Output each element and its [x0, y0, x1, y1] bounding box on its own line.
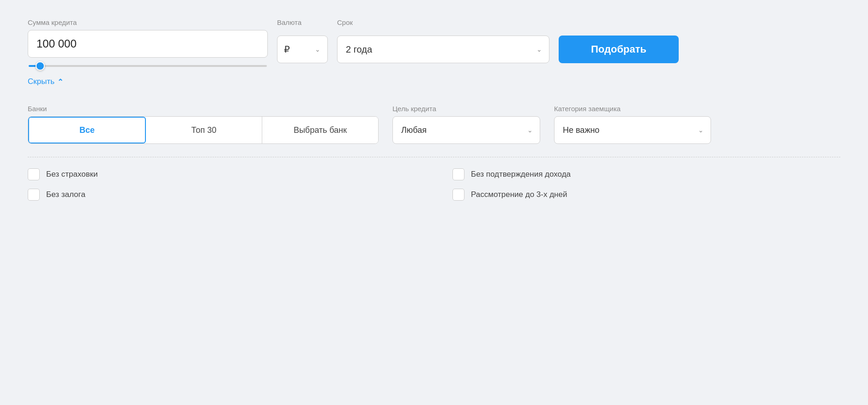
amount-field-wrap — [28, 30, 268, 69]
field-labels-row: Сумма кредита Валюта Срок — [28, 18, 840, 26]
checkbox-label-no-collateral: Без залога — [46, 190, 85, 199]
bank-tabs: Все Топ 30 Выбрать банк — [28, 116, 379, 144]
checkbox-label-no-insurance: Без страховки — [46, 170, 98, 179]
goal-select[interactable]: Любая Потребительский Ипотека Автокредит — [392, 116, 540, 144]
goal-label: Цель кредита — [392, 105, 540, 113]
category-select-wrap: Не важно Пенсионеры Студенты Зарплатные … — [554, 116, 711, 144]
loan-calculator-form: Сумма кредита Валюта Срок ₽ $ € ⌄ 2 года… — [28, 18, 840, 201]
hide-label: Скрыть — [28, 77, 54, 86]
checkbox-no-insurance[interactable]: Без страховки — [28, 168, 416, 180]
currency-label: Валюта — [277, 18, 328, 26]
checkbox-box-no-collateral — [28, 189, 40, 201]
amount-slider-wrap — [28, 60, 268, 69]
filter-labels-row: Банки Цель кредита Категория заемщика — [28, 105, 840, 113]
bank-tab-all[interactable]: Все — [28, 117, 146, 143]
amount-label: Сумма кредита — [28, 18, 268, 26]
bank-tab-top30[interactable]: Топ 30 — [146, 117, 262, 143]
chevron-up-icon: ⌃ — [57, 77, 63, 86]
checkbox-box-no-income-proof — [452, 168, 464, 180]
inputs-row: ₽ $ € ⌄ 2 года 1 год 3 года 5 лет ⌄ Подо… — [28, 30, 840, 69]
category-select[interactable]: Не важно Пенсионеры Студенты Зарплатные … — [554, 116, 711, 144]
checkbox-no-income-proof[interactable]: Без подтверждения дохода — [452, 168, 840, 180]
section-gap — [28, 86, 840, 105]
term-select-wrap: 2 года 1 год 3 года 5 лет ⌄ — [337, 36, 549, 63]
currency-select-wrap: ₽ $ € ⌄ — [277, 36, 328, 63]
checkbox-no-collateral[interactable]: Без залога — [28, 189, 416, 201]
term-select[interactable]: 2 года 1 год 3 года 5 лет — [337, 36, 549, 63]
term-label: Срок — [337, 18, 549, 26]
hide-link[interactable]: Скрыть ⌃ — [28, 77, 63, 86]
dashed-divider — [28, 157, 840, 157]
checkbox-label-no-income-proof: Без подтверждения дохода — [471, 170, 571, 179]
checkbox-box-no-insurance — [28, 168, 40, 180]
filters-row: Все Топ 30 Выбрать банк Любая Потребител… — [28, 116, 840, 144]
banks-label: Банки — [28, 105, 379, 113]
category-label: Категория заемщика — [554, 105, 702, 113]
amount-slider[interactable] — [29, 65, 267, 67]
currency-select[interactable]: ₽ $ € — [277, 36, 328, 63]
checkbox-box-fast-review — [452, 189, 464, 201]
checkbox-fast-review[interactable]: Рассмотрение до 3-х дней — [452, 189, 840, 201]
search-button[interactable]: Подобрать — [559, 36, 679, 63]
checkboxes-grid: Без страховки Без подтверждения дохода Б… — [28, 168, 840, 201]
goal-select-wrap: Любая Потребительский Ипотека Автокредит… — [392, 116, 540, 144]
checkbox-label-fast-review: Рассмотрение до 3-х дней — [471, 190, 567, 199]
amount-input[interactable] — [28, 30, 268, 58]
bank-tab-choose[interactable]: Выбрать банк — [262, 117, 378, 143]
